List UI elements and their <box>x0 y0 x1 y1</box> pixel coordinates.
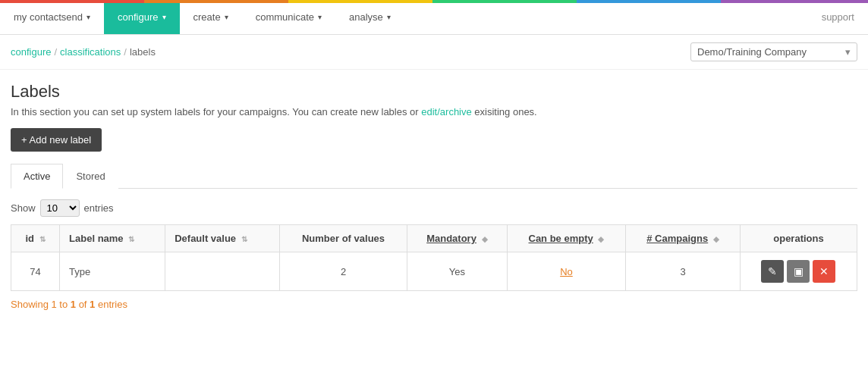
cell-can-be-empty: No <box>507 252 625 291</box>
can-be-empty-link[interactable]: No <box>560 266 573 277</box>
sort-icon: ⇅ <box>241 235 247 243</box>
nav-analyse[interactable]: analyse ▾ <box>335 0 404 34</box>
breadcrumb: configure / classifications / labels <box>11 46 156 58</box>
col-label-name: Label name ⇅ <box>60 225 165 252</box>
breadcrumb-configure[interactable]: configure <box>11 46 51 58</box>
main-content: Labels In this section you can set up sy… <box>0 70 868 322</box>
cell-default-value <box>165 252 280 291</box>
nav-create[interactable]: create ▾ <box>180 0 242 34</box>
chevron-down-icon: ▾ <box>225 13 228 21</box>
cell-mandatory: Yes <box>407 252 507 291</box>
cell-label-name: Type <box>60 252 165 291</box>
col-operations: operations <box>740 225 857 252</box>
sort-icon: ⇅ <box>128 235 134 243</box>
entries-label: entries <box>84 202 114 214</box>
labels-table: id ⇅ Label name ⇅ Default value ⇅ Number… <box>11 224 857 291</box>
table-row: 74 Type 2 Yes No 3 ✎ ▣ <box>11 252 857 291</box>
table-body: 74 Type 2 Yes No 3 ✎ ▣ <box>11 252 857 291</box>
breadcrumb-separator: / <box>124 46 127 58</box>
top-navigation: my contactsend ▾ configure ▾ create ▾ co… <box>0 0 868 35</box>
breadcrumb-classifications[interactable]: classifications <box>60 46 121 58</box>
cell-operations: ✎ ▣ ✕ <box>740 252 857 291</box>
chevron-down-icon: ▾ <box>86 13 90 21</box>
company-selector[interactable]: Demo/Training Company ▾ <box>690 42 857 61</box>
breadcrumb-separator: / <box>54 46 57 58</box>
col-campaigns: # Campaigns ◆ <box>626 225 741 252</box>
delete-button[interactable]: ✕ <box>813 260 835 283</box>
col-id: id ⇅ <box>11 225 60 252</box>
operations-buttons: ✎ ▣ ✕ <box>750 260 848 283</box>
cell-num-values: 2 <box>280 252 407 291</box>
col-can-be-empty: Can be empty ◆ <box>507 225 625 252</box>
close-icon: ✕ <box>819 265 829 277</box>
nav-communicate[interactable]: communicate ▾ <box>242 0 335 34</box>
edit-button[interactable]: ✎ <box>761 260 784 283</box>
col-mandatory: Mandatory ◆ <box>407 225 507 252</box>
page-title: Labels <box>11 82 857 102</box>
chevron-down-icon: ▾ <box>387 13 391 21</box>
sort-icon: ◆ <box>482 235 488 243</box>
tab-stored[interactable]: Stored <box>63 164 118 189</box>
company-name: Demo/Training Company <box>697 46 807 58</box>
table-header: id ⇅ Label name ⇅ Default value ⇅ Number… <box>11 225 857 252</box>
page-description: In this section you can set up system la… <box>11 106 857 117</box>
col-num-values: Number of values <box>280 225 407 252</box>
sort-icon: ◆ <box>598 235 604 243</box>
nav-my-contactsend[interactable]: my contactsend ▾ <box>0 0 104 34</box>
edit-archive-link[interactable]: edit/archive <box>421 106 471 117</box>
col-default-value: Default value ⇅ <box>165 225 280 252</box>
entries-per-page-select[interactable]: 10 25 50 100 <box>40 199 80 217</box>
edit-icon: ✎ <box>768 265 777 277</box>
view-icon: ▣ <box>794 265 804 277</box>
nav-support[interactable]: support <box>808 0 868 34</box>
sort-icon: ⇅ <box>39 235 46 243</box>
breadcrumb-current: labels <box>130 46 156 58</box>
chevron-down-icon: ▾ <box>318 13 322 21</box>
chevron-down-icon: ▾ <box>162 13 166 21</box>
showing-info: Showing 1 to 1 of 1 entries <box>11 299 857 310</box>
tab-active[interactable]: Active <box>11 164 63 189</box>
view-button[interactable]: ▣ <box>787 260 810 283</box>
cell-campaigns: 3 <box>626 252 741 291</box>
show-label: Show <box>11 202 36 214</box>
sort-icon: ◆ <box>713 235 719 243</box>
breadcrumb-bar: configure / classifications / labels Dem… <box>0 35 868 70</box>
add-new-label-button[interactable]: + Add new label <box>11 128 102 152</box>
nav-configure[interactable]: configure ▾ <box>104 0 179 34</box>
show-entries-row: Show 10 25 50 100 entries <box>11 199 857 217</box>
chevron-down-icon: ▾ <box>845 46 851 58</box>
cell-id: 74 <box>11 252 60 291</box>
tabs-container: Active Stored <box>11 164 857 189</box>
